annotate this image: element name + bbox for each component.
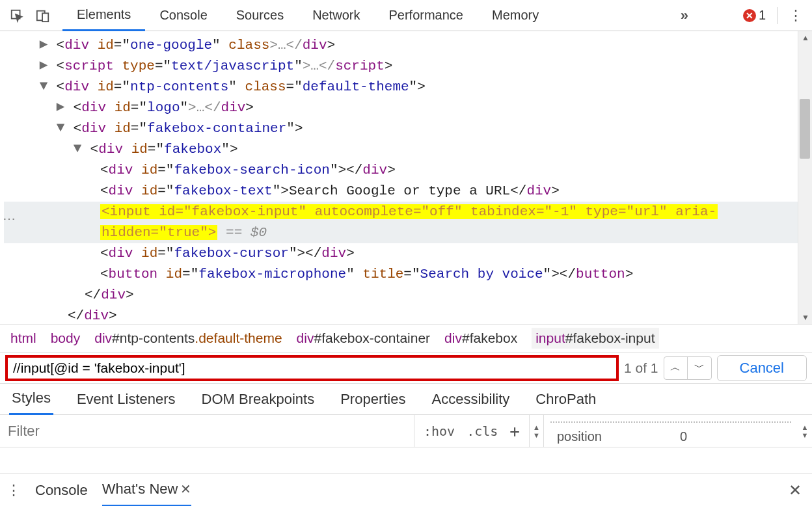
- scroll-down-icon[interactable]: ▼: [798, 311, 812, 324]
- scrollbar[interactable]: ▲ ▼: [798, 31, 812, 324]
- drawer-kebab-icon[interactable]: ⋮: [7, 482, 21, 499]
- cancel-button[interactable]: Cancel: [717, 355, 807, 381]
- drawer-close-icon[interactable]: ✕: [789, 481, 802, 499]
- dom-tree[interactable]: ▶ <div id="one-google" class>…</div> ▶ <…: [0, 31, 798, 324]
- scroll-up-icon[interactable]: ▲: [798, 31, 812, 44]
- tree-row[interactable]: <button id="fakebox-microphone" title="S…: [4, 264, 798, 285]
- tree-row-selected[interactable]: hidden="true"> == $0: [4, 222, 798, 243]
- box-value: 0: [680, 429, 687, 444]
- drawer-tab-whatsnew[interactable]: What's New ✕: [102, 474, 192, 507]
- stab-properties[interactable]: Properties: [338, 384, 408, 415]
- tree-row[interactable]: ▶ <div id="one-google" class>…</div>: [4, 35, 798, 56]
- more-tabs-icon[interactable]: »: [671, 3, 697, 29]
- tree-row[interactable]: ▼ <div id="fakebox">: [4, 139, 798, 160]
- crumb-body[interactable]: body: [51, 330, 81, 346]
- expand-arrow-icon[interactable]: ▶: [39, 55, 48, 76]
- stab-accessibility[interactable]: Accessibility: [429, 384, 512, 415]
- box-label: position: [557, 429, 602, 444]
- stab-chropath[interactable]: ChroPath: [533, 384, 599, 415]
- add-rule-icon[interactable]: +: [509, 421, 520, 441]
- inspect-icon[interactable]: [4, 3, 30, 29]
- crumb-ntp[interactable]: div#ntp-contents.default-theme: [94, 330, 282, 346]
- filter-input[interactable]: [0, 415, 414, 447]
- collapse-arrow-icon[interactable]: ▼: [39, 76, 48, 97]
- search-match: hidden="true">: [100, 225, 217, 240]
- stab-dom-breakpoints[interactable]: DOM Breakpoints: [199, 384, 318, 415]
- search-input[interactable]: [8, 360, 616, 376]
- tree-row[interactable]: <div id="fakebox-search-icon"></div>: [4, 160, 798, 181]
- separator: [778, 7, 778, 24]
- tree-row[interactable]: ▼ <div id="fakebox-container">: [4, 118, 798, 139]
- crumb-selected[interactable]: input#fakebox-input: [532, 328, 658, 349]
- scroll-thumb[interactable]: [800, 99, 810, 159]
- expand-arrow-icon[interactable]: ▶: [56, 97, 65, 118]
- class-toggle[interactable]: .cls: [467, 423, 498, 439]
- box-model-preview: position 0: [544, 415, 798, 447]
- device-toggle-icon[interactable]: [30, 3, 56, 29]
- svg-rect-2: [42, 13, 48, 21]
- tree-row[interactable]: <div id="fakebox-text">Search Google or …: [4, 181, 798, 202]
- tree-row[interactable]: </div>: [4, 306, 798, 324]
- collapse-arrow-icon[interactable]: ▼: [56, 118, 65, 139]
- styles-tab-bar: Styles Event Listeners DOM Breakpoints P…: [0, 384, 812, 415]
- error-count: 1: [759, 8, 766, 23]
- hover-toggle[interactable]: :hov: [424, 423, 455, 439]
- tree-row[interactable]: <div id="fakebox-cursor"></div>: [4, 243, 798, 264]
- tab-sources[interactable]: Sources: [222, 0, 298, 31]
- tab-console[interactable]: Console: [145, 0, 221, 31]
- tab-network[interactable]: Network: [298, 0, 374, 31]
- search-prev-icon[interactable]: ︿: [664, 357, 688, 379]
- error-badge[interactable]: ✕ 1: [737, 8, 772, 23]
- close-icon[interactable]: ✕: [180, 481, 191, 497]
- error-icon: ✕: [743, 9, 756, 22]
- stab-styles[interactable]: Styles: [9, 384, 53, 415]
- crumb-html[interactable]: html: [10, 330, 36, 346]
- crumb-fakebox[interactable]: div#fakebox: [444, 330, 517, 346]
- tree-row[interactable]: ▼ <div id="ntp-contents" class="default-…: [4, 77, 798, 98]
- search-next-icon[interactable]: ﹀: [688, 357, 711, 379]
- devtools-toolbar: Elements Console Sources Network Perform…: [0, 0, 812, 31]
- style-tools: :hov .cls +: [414, 415, 530, 447]
- drawer-tab-console[interactable]: Console: [35, 474, 88, 507]
- styles-filter-row: :hov .cls + ▲▼ position 0 ▲▼: [0, 415, 812, 447]
- search-input-highlight: [5, 355, 619, 381]
- tab-performance[interactable]: Performance: [375, 0, 478, 31]
- search-match-count: 1 of 1: [624, 360, 658, 376]
- gutter-more-icon[interactable]: ⋯: [3, 211, 16, 226]
- search-bar: 1 of 1 ︿ ﹀ Cancel: [0, 353, 812, 384]
- tree-row[interactable]: ▶ <div id="logo">…</div>: [4, 98, 798, 118]
- dotted-separator: [550, 421, 791, 423]
- tree-row-selected[interactable]: <input id="fakebox-input" autocomplete="…: [4, 202, 798, 222]
- stab-event-listeners[interactable]: Event Listeners: [74, 384, 178, 415]
- tab-elements[interactable]: Elements: [62, 0, 145, 31]
- tab-memory[interactable]: Memory: [478, 0, 553, 31]
- collapse-arrow-icon[interactable]: ▼: [73, 139, 82, 159]
- elements-tree-panel: ⋯ ▶ <div id="one-google" class>…</div> ▶…: [0, 31, 812, 324]
- stepper[interactable]: ▲▼: [530, 415, 544, 447]
- tree-row[interactable]: </div>: [4, 285, 798, 306]
- tree-row[interactable]: ▶ <script type="text/javascript">…</scri…: [4, 56, 798, 77]
- dollar-zero: == $0: [217, 225, 267, 240]
- search-match: <input id="fakebox-input" autocomplete="…: [100, 204, 718, 219]
- breadcrumb: html body div#ntp-contents.default-theme…: [0, 324, 812, 353]
- settings-kebab-icon[interactable]: ⋮: [783, 7, 808, 24]
- crumb-fakebox-container[interactable]: div#fakebox-container: [297, 330, 430, 346]
- expand-arrow-icon[interactable]: ▶: [39, 34, 48, 55]
- drawer: ⋮ Console What's New ✕ ✕: [0, 473, 812, 506]
- stepper-right[interactable]: ▲▼: [798, 415, 812, 447]
- search-nav: ︿ ﹀: [664, 356, 712, 380]
